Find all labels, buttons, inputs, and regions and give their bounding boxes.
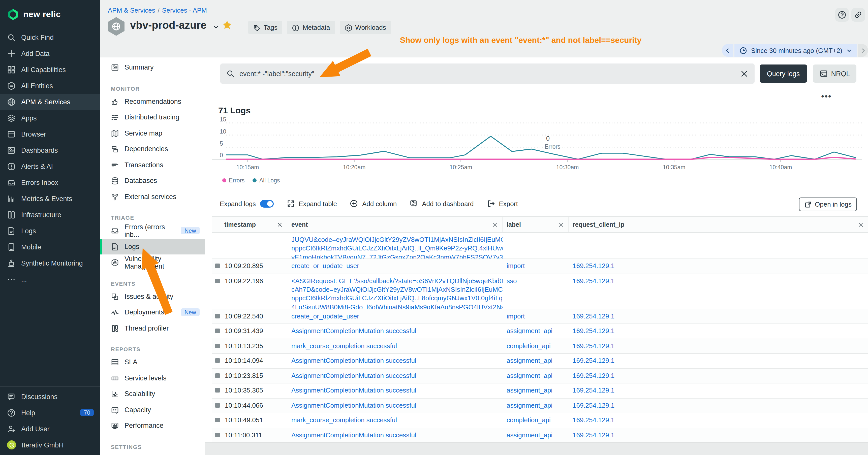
- log-row[interactable]: 10:10:49.051mark_course_completion succe…: [212, 413, 868, 428]
- sidebar-item-errors-inbox[interactable]: Errors Inbox: [0, 174, 100, 191]
- sidebar-item-logs[interactable]: Logs: [0, 223, 100, 239]
- sidebar-item-dashboards[interactable]: Dashboards: [0, 142, 100, 158]
- event-link[interactable]: vE1moHpkhokTVBvguN7_72JtGzGsqxZpn2OaKc3n…: [291, 253, 498, 259]
- log-row[interactable]: JUQVU&code=eyJraWQiOiJjcGltY29yZV8wOTI1M…: [212, 233, 868, 259]
- subnav-item-performance[interactable]: Performance: [100, 418, 205, 433]
- cell-label[interactable]: import: [502, 259, 568, 273]
- event-link[interactable]: create_or_update_user: [291, 312, 498, 321]
- event-link[interactable]: nppcCI6IkRlZmxhdGUiLCJzZXIiOiIxLjAifQ..L…: [291, 294, 498, 303]
- subnav-item-dependencies[interactable]: Dependencies: [100, 141, 205, 157]
- cell-request-client-ip[interactable]: 169.254.129.1: [568, 309, 868, 324]
- breadcrumb-apm-services[interactable]: APM & Services: [108, 6, 155, 14]
- event-link[interactable]: create_or_update_user: [291, 261, 498, 270]
- sidebar-item-add-user[interactable]: Add User: [0, 421, 100, 437]
- log-row[interactable]: 10:09:31.439AssignmentCompletionMutation…: [212, 324, 868, 339]
- log-row[interactable]: 10:11:00.311AssignmentCompletionMutation…: [212, 428, 868, 443]
- logs-timeseries-chart[interactable]: 15105010:15am10:20am10:25am10:30am10:35a…: [212, 113, 862, 177]
- cell-request-client-ip[interactable]: 169.254.129.1: [568, 428, 868, 443]
- cell-label[interactable]: assignment_api: [502, 368, 568, 383]
- event-link[interactable]: 4LgSjsuUW8B0Mi8-Gdo_f6ofWhjpatNs9jaMs9qK…: [291, 302, 498, 308]
- query-logs-button[interactable]: Query logs: [760, 65, 807, 83]
- event-link[interactable]: AssignmentCompletionMutation successful: [291, 356, 498, 365]
- remove-column-icon[interactable]: [558, 222, 564, 228]
- subnav-item-recommendations[interactable]: Recommendations: [100, 94, 205, 109]
- sidebar-item-discussions[interactable]: Discussions: [0, 389, 100, 404]
- export-button[interactable]: Export: [487, 199, 518, 207]
- sidebar-item-add-data[interactable]: Add Data: [0, 45, 100, 62]
- subnav-item-distributed-tracing[interactable]: Distributed tracing: [100, 109, 205, 125]
- clear-query-icon[interactable]: [740, 69, 748, 78]
- log-row[interactable]: 10:09:20.895create_or_update_userimport1…: [212, 259, 868, 274]
- sidebar-item-all-entities[interactable]: All Entities: [0, 77, 100, 94]
- event-link[interactable]: mark_course_completion successful: [291, 416, 498, 424]
- expand-logs-switch[interactable]: [260, 200, 274, 207]
- cell-label[interactable]: completion_api: [502, 413, 568, 427]
- cell-request-client-ip[interactable]: 169.254.129.1: [568, 259, 868, 273]
- event-link[interactable]: AssignmentCompletionMutation successful: [291, 430, 498, 440]
- sidebar-item-alerts-ai[interactable]: Alerts & AI: [0, 158, 100, 174]
- table-horizontal-scrollbar[interactable]: [205, 443, 868, 455]
- remove-column-icon[interactable]: [492, 222, 498, 228]
- cell-request-client-ip[interactable]: 169.254.129.1: [568, 274, 868, 308]
- sidebar-item-[interactable]: ...: [0, 271, 100, 287]
- remove-column-icon[interactable]: [277, 222, 283, 228]
- cell-request-client-ip[interactable]: 169.254.129.1: [568, 368, 868, 383]
- cell-label[interactable]: [502, 233, 568, 259]
- cell-label[interactable]: assignment_api: [502, 428, 568, 443]
- nrql-button[interactable]: NRQL: [813, 65, 857, 83]
- cell-request-client-ip[interactable]: 169.254.129.1: [568, 413, 868, 427]
- cell-request-client-ip[interactable]: 169.254.129.1: [568, 384, 868, 398]
- event-link[interactable]: cAh7D&code=eyJraWQiOiJjcGltY29yZV8wOTI1M…: [291, 285, 498, 294]
- breadcrumb-services-apm[interactable]: Services - APM: [162, 6, 207, 14]
- cell-label[interactable]: sso: [502, 274, 568, 308]
- subnav-item-summary[interactable]: Summary: [100, 60, 205, 75]
- expand-logs-toggle[interactable]: Expand logs: [220, 200, 274, 207]
- add-to-dashboard-button[interactable]: Add to dashboard: [410, 199, 473, 207]
- event-link[interactable]: AssignmentCompletionMutation successful: [291, 326, 498, 335]
- time-back-button[interactable]: [722, 44, 734, 57]
- cell-request-client-ip[interactable]: 169.254.129.1: [568, 354, 868, 368]
- help-button[interactable]: [835, 8, 849, 22]
- event-link[interactable]: AssignmentCompletionMutation successful: [291, 386, 498, 395]
- cell-request-client-ip[interactable]: [568, 233, 868, 259]
- legend-errors[interactable]: Errors: [222, 177, 245, 184]
- subnav-item-sla[interactable]: SLA: [100, 354, 205, 370]
- subnav-item-service-levels[interactable]: Service levels: [100, 370, 205, 386]
- sidebar-item-mobile[interactable]: Mobile: [0, 239, 100, 255]
- subnav-item-thread-profiler[interactable]: Thread profiler: [100, 320, 205, 336]
- sidebar-item-apps[interactable]: Apps: [0, 110, 100, 126]
- subnav-item-logs[interactable]: Logs: [100, 238, 205, 255]
- subnav-item-scalability[interactable]: Scalability: [100, 386, 205, 402]
- sidebar-item-help[interactable]: Help70: [0, 404, 100, 421]
- sidebar-item-browser[interactable]: Browser: [0, 126, 100, 142]
- sidebar-item-iterativ-gmbh[interactable]: Iterativ GmbH: [0, 437, 100, 453]
- copy-link-button[interactable]: [851, 8, 865, 22]
- expand-table-button[interactable]: Expand table: [286, 199, 337, 207]
- log-search-input[interactable]: event:* -"label":"security": [220, 64, 754, 84]
- event-link[interactable]: nppcCI6IkRlZmxhdGUiLCJzZXIiOiIxLjAifQ..I…: [291, 244, 498, 253]
- subnav-item-transactions[interactable]: Transactions: [100, 157, 205, 173]
- sidebar-item-synthetic-monitoring[interactable]: Synthetic Monitoring: [0, 255, 100, 271]
- sidebar-item-apm-services[interactable]: APM & Services: [0, 94, 100, 110]
- sidebar-item-quick-find[interactable]: Quick Find: [0, 29, 100, 45]
- sidebar-item-infrastructure[interactable]: Infrastructure: [0, 206, 100, 223]
- log-row[interactable]: 10:10:13.235mark_course_completion succe…: [212, 339, 868, 354]
- subnav-item-external-services[interactable]: External services: [100, 189, 205, 204]
- subnav-item-issues-activity[interactable]: Issues & activity: [100, 289, 205, 304]
- log-row[interactable]: 10:10:35.305AssignmentCompletionMutation…: [212, 384, 868, 398]
- subnav-item-deployments[interactable]: DeploymentsNew: [100, 304, 205, 320]
- cell-label[interactable]: import: [502, 309, 568, 324]
- chart-menu-button[interactable]: •••: [821, 92, 832, 102]
- cell-request-client-ip[interactable]: 169.254.129.1: [568, 339, 868, 353]
- cell-request-client-ip[interactable]: 169.254.129.1: [568, 398, 868, 413]
- event-link[interactable]: mark_course_completion successful: [291, 342, 498, 350]
- add-column-button[interactable]: Add column: [350, 199, 397, 207]
- new-relic-logo[interactable]: new relic: [0, 0, 100, 29]
- sidebar-item-metrics-events[interactable]: Metrics & Events: [0, 191, 100, 206]
- subnav-item-service-map[interactable]: Service map: [100, 125, 205, 141]
- log-row[interactable]: 10:10:44.066AssignmentCompletionMutation…: [212, 398, 868, 413]
- remove-column-icon[interactable]: [858, 222, 864, 228]
- subnav-item-errors-errors-inb[interactable]: Errors (errors inb...New: [100, 223, 205, 238]
- subnav-item-capacity[interactable]: Capacity: [100, 402, 205, 418]
- entity-dropdown-chevron-icon[interactable]: [213, 24, 219, 30]
